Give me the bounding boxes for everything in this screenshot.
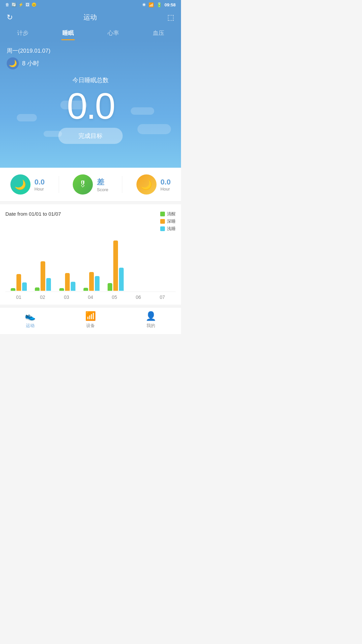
cloud-3: [131, 107, 154, 115]
deep-sleep-circle: 🌙: [10, 174, 31, 195]
bar-group-01: [11, 274, 27, 291]
tab-steps[interactable]: 计步: [12, 26, 34, 40]
status-left-icons: 🗑 🔄 ⚡ 🖼 😐: [5, 2, 37, 7]
hero-section: 周一(2019.01.07) 🌙 8 小时 今日睡眠总数 0.0 完成目标: [0, 40, 181, 168]
bar-green-02: [35, 287, 40, 291]
legend-awake-label: 清醒: [167, 211, 176, 217]
bar-group-04: [83, 272, 100, 291]
deep-sleep-label: Hour: [35, 186, 45, 192]
bar-group-05: [108, 240, 124, 291]
divider-2: [122, 176, 122, 193]
bar-cyan-05: [119, 268, 124, 291]
profile-icon: 👤: [145, 311, 156, 321]
bar-green-05: [108, 283, 112, 291]
nav-profile[interactable]: 👤 我的: [145, 311, 156, 329]
chart-section: Date from 01/01 to 01/07 清醒 深睡 浅睡 01 02 …: [0, 204, 181, 305]
cloud-1: [17, 114, 37, 121]
stat-deep-sleep: 🌙 0.0 Hour: [10, 174, 45, 195]
bar-green-03: [59, 288, 64, 291]
score-label: Score: [97, 187, 108, 192]
goal-hours: 8 小时: [22, 59, 39, 67]
legend-awake: 清醒: [160, 211, 176, 217]
x-label-02: 02: [36, 294, 49, 300]
tab-bar: 计步 睡眠 心率 血压: [0, 25, 181, 40]
bar-group-02: [35, 261, 51, 291]
bar-orange-02: [41, 261, 45, 291]
bar-cyan-01: [22, 282, 27, 291]
sports-icon: 👟: [25, 311, 36, 321]
chart-date-range: Date from 01/01 to 01/07: [5, 211, 61, 217]
score-value: 差: [97, 177, 108, 187]
light-sleep-label: Hour: [161, 186, 171, 192]
image-icon: 🖼: [25, 2, 29, 7]
score-circle: 🎖: [73, 174, 93, 195]
bluetooth-icon: ✳: [142, 2, 146, 7]
x-axis: 01 02 03 04 05 06 07: [5, 291, 176, 301]
complete-goal-button[interactable]: 完成目标: [58, 128, 123, 144]
legend-deep: 深睡: [160, 218, 176, 224]
light-sleep-text: 0.0 Hour: [161, 178, 171, 192]
score-text: 差 Score: [97, 177, 108, 192]
nav-profile-label: 我的: [146, 323, 155, 329]
legend-light-label: 浅睡: [167, 226, 176, 232]
emoji-icon: 😐: [32, 2, 37, 7]
bar-green-01: [11, 288, 15, 291]
moon-goal-icon: 🌙: [7, 57, 19, 69]
bar-green-04: [83, 288, 88, 291]
chart-legend: 清醒 深睡 浅睡: [160, 211, 176, 232]
cloud-2: [60, 101, 87, 109]
x-label-04: 04: [84, 294, 97, 300]
deep-sleep-value: 0.0: [35, 178, 45, 186]
wifi-icon: 📶: [148, 2, 154, 7]
deep-sleep-text: 0.0 Hour: [35, 178, 45, 192]
header-title: 运动: [13, 13, 167, 22]
goal-row: 🌙 8 小时: [7, 57, 174, 69]
x-label-07: 07: [156, 294, 169, 300]
x-label-05: 05: [108, 294, 121, 300]
legend-dot-cyan: [160, 226, 165, 231]
device-icon: 📶: [85, 311, 96, 321]
legend-light: 浅睡: [160, 226, 176, 232]
stat-score: 🎖 差 Score: [73, 174, 108, 195]
app-header: ↻ 运动 ⬚: [0, 9, 181, 25]
bar-orange-03: [65, 273, 70, 291]
status-bar: 🗑 🔄 ⚡ 🖼 😐 ✳ 📶 🔋 09:58: [0, 0, 181, 9]
score-medal-icon: 🎖: [79, 180, 87, 189]
bar-orange-01: [16, 274, 21, 291]
export-button[interactable]: ⬚: [167, 13, 174, 22]
time-display: 09:58: [165, 2, 176, 7]
tab-sleep[interactable]: 睡眠: [57, 26, 79, 40]
x-label-03: 03: [60, 294, 73, 300]
legend-dot-orange: [160, 219, 165, 224]
bar-group-03: [59, 273, 75, 291]
bar-cyan-03: [71, 282, 75, 291]
battery-icon: 🔋: [157, 2, 162, 7]
bar-orange-04: [89, 272, 94, 291]
tab-heart[interactable]: 心率: [102, 26, 124, 40]
chart-header: Date from 01/01 to 01/07 清醒 深睡 浅睡: [5, 211, 176, 232]
divider-1: [59, 176, 59, 193]
status-right-icons: ✳ 📶 🔋 09:58: [142, 2, 176, 7]
x-label-01: 01: [12, 294, 25, 300]
deep-sleep-moon-icon: 🌙: [14, 179, 26, 190]
bottom-nav: 👟 运动 📶 设备 👤 我的: [0, 307, 181, 334]
nav-sports[interactable]: 👟 运动: [25, 311, 36, 329]
bar-chart: [5, 237, 176, 291]
bar-cyan-04: [95, 276, 100, 291]
nav-device[interactable]: 📶 设备: [85, 311, 96, 329]
light-sleep-moon-icon: 🌙: [140, 179, 152, 190]
x-label-06: 06: [132, 294, 145, 300]
cloud-4: [137, 124, 171, 134]
light-sleep-circle: 🌙: [136, 174, 157, 195]
bar-orange-05: [113, 240, 118, 291]
bar-cyan-02: [46, 278, 51, 291]
sync-icon: 🔄: [11, 2, 16, 7]
date-display: 周一(2019.01.07): [7, 47, 174, 55]
refresh-button[interactable]: ↻: [7, 13, 13, 22]
trash-icon: 🗑: [5, 2, 9, 7]
legend-dot-green: [160, 212, 165, 216]
stat-light-sleep: 🌙 0.0 Hour: [136, 174, 171, 195]
tab-blood[interactable]: 血压: [147, 26, 170, 40]
light-sleep-value: 0.0: [161, 178, 171, 186]
legend-deep-label: 深睡: [167, 218, 176, 224]
